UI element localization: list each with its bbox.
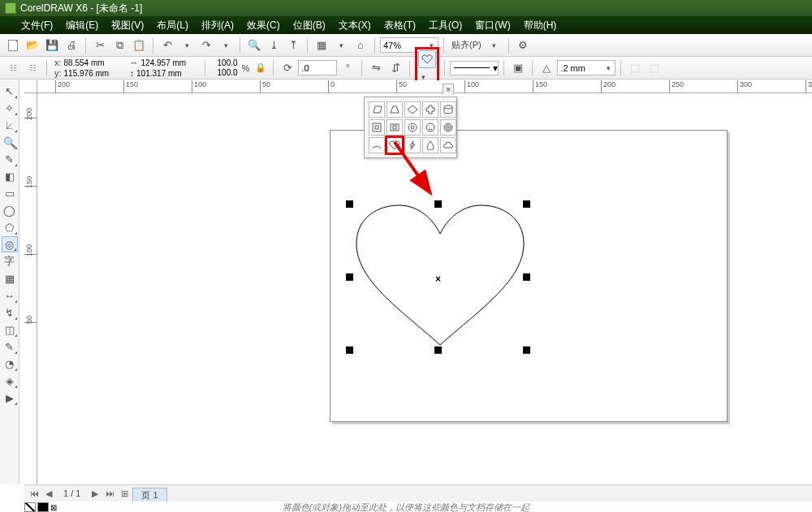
- redo-dropdown[interactable]: ▾: [217, 37, 235, 54]
- print-button[interactable]: 🖨: [63, 37, 80, 54]
- mirror-vertical-button[interactable]: ⇵: [387, 59, 404, 77]
- menu-edit[interactable]: 编辑(E): [59, 19, 105, 32]
- perfect-shape-picker-button[interactable]: [418, 50, 436, 68]
- menu-layout[interactable]: 布局(L): [150, 19, 195, 32]
- redo-button[interactable]: ↷: [197, 37, 215, 54]
- menu-tools[interactable]: 工具(O): [422, 19, 469, 32]
- welcome-button[interactable]: ⌂: [352, 37, 369, 54]
- presets-button-2[interactable]: ☷: [24, 59, 41, 77]
- snap-label[interactable]: 贴齐(P): [449, 39, 484, 51]
- import-button[interactable]: ⤓: [265, 37, 283, 54]
- fill-tool[interactable]: ◈: [2, 372, 18, 389]
- fill-outline-indicator[interactable]: ⊠: [24, 502, 57, 512]
- outline-width-input[interactable]: ▾: [557, 60, 615, 75]
- menu-file[interactable]: 文件(F): [15, 19, 59, 32]
- menu-bitmap[interactable]: 位图(B): [287, 19, 332, 32]
- basic-shapes-tool[interactable]: ◎: [2, 236, 18, 252]
- wrap-text-button[interactable]: ▣: [509, 59, 527, 77]
- ellipse-tool[interactable]: ◯: [2, 202, 18, 218]
- selection-center-icon[interactable]: ×: [435, 273, 441, 285]
- selection-handle-nw[interactable]: [346, 200, 353, 208]
- shape-lightning[interactable]: [404, 137, 421, 153]
- new-button[interactable]: [4, 37, 22, 54]
- to-back-button[interactable]: ⬚: [646, 59, 663, 77]
- open-button[interactable]: 📂: [24, 37, 41, 54]
- scale-y-value[interactable]: 100.0: [210, 68, 238, 78]
- pick-tool[interactable]: ↖: [2, 83, 18, 99]
- selection-handle-ne[interactable]: [523, 200, 530, 208]
- dimension-tool[interactable]: ↔: [2, 287, 18, 303]
- interactive-fill-tool[interactable]: ▶: [2, 389, 18, 406]
- rotation-input[interactable]: [298, 60, 337, 75]
- shape-arc[interactable]: [369, 137, 385, 153]
- selection-handle-e[interactable]: [523, 273, 530, 281]
- shape-drop[interactable]: [422, 137, 438, 153]
- shape-cylinder[interactable]: [440, 101, 456, 118]
- horizontal-ruler[interactable]: 200 150 100 50 0 50 100 150 200 250 300 …: [24, 80, 812, 93]
- menu-effects[interactable]: 效果(C): [240, 19, 287, 32]
- height-value[interactable]: 101.317 mm: [136, 69, 195, 79]
- menu-text[interactable]: 文本(X): [332, 19, 378, 32]
- save-button[interactable]: 💾: [43, 37, 61, 54]
- outline-style-picker[interactable]: ▾: [450, 61, 499, 75]
- menu-arrange[interactable]: 排列(A): [195, 19, 240, 32]
- shape-cross[interactable]: [422, 101, 438, 118]
- shape-rect-inner[interactable]: [387, 119, 403, 136]
- smart-fill-tool[interactable]: ◧: [2, 168, 18, 184]
- shape-smiley[interactable]: [422, 119, 438, 136]
- cut-button[interactable]: ✂: [91, 37, 109, 54]
- search-objects-button[interactable]: 🔍: [245, 37, 263, 54]
- add-page-button[interactable]: ⊞: [118, 488, 131, 499]
- page-first-button[interactable]: ⏮: [28, 488, 41, 498]
- scale-x-value[interactable]: 100.0: [210, 58, 238, 68]
- snap-dropdown[interactable]: ▾: [486, 37, 503, 54]
- options-button[interactable]: ⚙: [514, 37, 532, 54]
- undo-button[interactable]: ↶: [158, 37, 176, 54]
- mirror-horizontal-button[interactable]: ⇋: [367, 59, 385, 77]
- menu-window[interactable]: 窗口(W): [469, 19, 516, 32]
- app-launcher-button[interactable]: ▦: [313, 37, 330, 54]
- shape-target[interactable]: [440, 119, 456, 136]
- polygon-tool[interactable]: ⬠: [2, 219, 18, 235]
- zoom-tool[interactable]: 🔍: [2, 134, 18, 150]
- shape-tool[interactable]: ✧: [2, 100, 18, 116]
- y-value[interactable]: 115.976 mm: [64, 69, 121, 79]
- eyedropper-tool[interactable]: ✎: [2, 338, 18, 355]
- connector-tool[interactable]: ↯: [2, 304, 18, 321]
- menu-view[interactable]: 视图(V): [105, 19, 150, 32]
- selection-handle-se[interactable]: [523, 346, 530, 354]
- shape-heart[interactable]: [387, 137, 403, 153]
- outline-tool[interactable]: ◔: [2, 355, 18, 372]
- export-button[interactable]: ⤒: [284, 37, 302, 54]
- shape-cloud[interactable]: [440, 137, 456, 153]
- page-prev-button[interactable]: ◀: [42, 488, 55, 499]
- shape-parallelogram[interactable]: [369, 101, 385, 118]
- to-front-button[interactable]: ⬚: [626, 59, 644, 77]
- table-tool[interactable]: ▦: [2, 270, 18, 286]
- dropdown-icon[interactable]: ▾: [605, 64, 612, 72]
- rectangle-tool[interactable]: ▭: [2, 185, 18, 201]
- app-launcher-dropdown[interactable]: ▾: [332, 37, 350, 54]
- freehand-tool[interactable]: ✎: [2, 151, 18, 167]
- presets-button[interactable]: ☷: [4, 59, 22, 77]
- copy-button[interactable]: ⧉: [110, 37, 128, 54]
- vertical-ruler[interactable]: 200 150 100 50: [24, 93, 37, 484]
- interactive-tool[interactable]: ◫: [2, 321, 18, 338]
- selection-handle-sw[interactable]: [346, 346, 353, 354]
- text-tool[interactable]: 字: [2, 253, 18, 269]
- x-value[interactable]: 88.554 mm: [64, 58, 121, 68]
- shape-frame[interactable]: [369, 119, 385, 136]
- page-next-button[interactable]: ▶: [89, 488, 102, 499]
- selection-handle-s[interactable]: [434, 346, 442, 354]
- page-last-button[interactable]: ⏭: [103, 488, 116, 498]
- width-value[interactable]: 124.957 mm: [141, 58, 200, 68]
- selection-handle-w[interactable]: [346, 273, 353, 281]
- crop-tool[interactable]: ⟀: [2, 117, 18, 133]
- menu-table[interactable]: 表格(T): [378, 19, 422, 32]
- page-tab-1[interactable]: 页 1: [132, 488, 166, 503]
- shape-ring[interactable]: [404, 119, 421, 136]
- paste-button[interactable]: 📋: [130, 37, 148, 54]
- menu-help[interactable]: 帮助(H): [517, 19, 564, 32]
- shape-diamond[interactable]: [404, 101, 421, 118]
- shape-trapezoid[interactable]: [387, 101, 403, 118]
